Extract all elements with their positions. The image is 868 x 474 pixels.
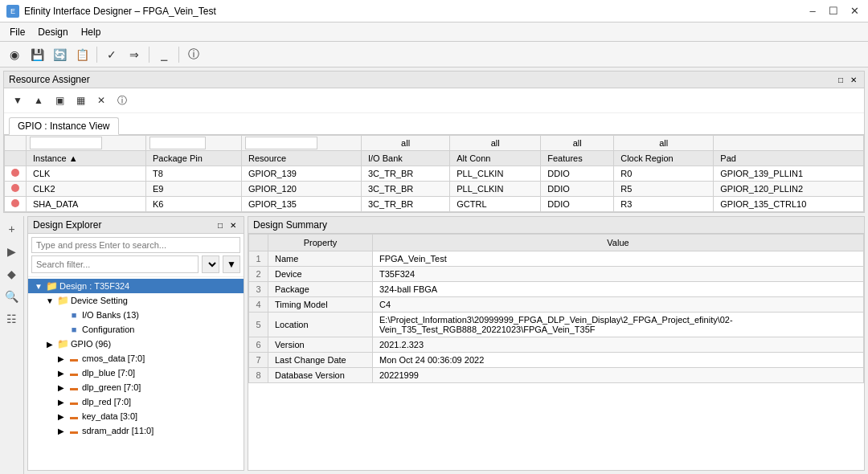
maximize-button[interactable]: ☐ <box>826 4 841 18</box>
tree-item[interactable]: ▶ ▬ sdram_addr [11:0] <box>28 423 244 438</box>
tree-arrow-icon[interactable]: ▶ <box>56 354 66 363</box>
col-packagepin[interactable]: Package Pin <box>146 151 242 166</box>
ds-row-property: Name <box>268 251 373 267</box>
col-clockregion[interactable]: Clock Region <box>614 151 714 166</box>
ra-panel-restore[interactable]: □ <box>835 74 846 85</box>
ra-table-icon[interactable]: ▣ <box>51 92 68 109</box>
tree-item[interactable]: ▼ 📁 Design : T35F324 <box>28 279 244 293</box>
tree-arrow-icon[interactable]: ▶ <box>56 383 66 392</box>
ra-panel-close[interactable]: ✕ <box>848 74 859 85</box>
ds-col-property: Property <box>268 235 373 251</box>
table-row[interactable]: CLK2 E9 GPIOR_120 3C_TR_BR PLL_CLKIN DDI… <box>5 182 864 197</box>
tree-item[interactable]: ▶ ▬ dlp_red [7:0] <box>28 394 244 409</box>
close-button[interactable]: ✕ <box>847 4 862 18</box>
ds-col-value: Value <box>373 235 864 251</box>
sidebar-add-icon[interactable]: + <box>2 219 22 239</box>
col-pad[interactable]: Pad <box>714 151 864 166</box>
de-panel-close[interactable]: ✕ <box>227 219 239 231</box>
toolbar-check-icon[interactable]: ✓ <box>102 45 121 64</box>
ra-grid-icon[interactable]: ▦ <box>72 92 89 109</box>
tab-gpio-instance[interactable]: GPIO : Instance View <box>9 117 119 135</box>
ds-row-property: Timing Model <box>268 297 373 313</box>
sidebar-grid-icon[interactable]: ☷ <box>2 309 22 329</box>
tree-item[interactable]: ▶ 📁 GPIO (96) <box>28 337 244 351</box>
toolbar-help-icon[interactable]: ⓘ <box>184 45 203 64</box>
tree-arrow-icon[interactable]: ▶ <box>56 427 66 435</box>
tree-item[interactable]: ▶ ▬ dlp_green [7:0] <box>28 380 244 394</box>
ds-table-row: 5 Location E:\Project_Information3\20999… <box>249 313 864 337</box>
tree-node-label: Configuration <box>82 325 134 334</box>
filter-instance[interactable] <box>27 136 146 151</box>
tree-item[interactable]: ▶ ▬ cmos_data [7:0] <box>28 351 244 366</box>
tree-arrow-icon[interactable]: ▶ <box>56 369 66 378</box>
ra-delete-icon[interactable]: ✕ <box>92 92 110 109</box>
toolbar-copy-icon[interactable]: 📋 <box>72 45 92 64</box>
tree-arrow-icon[interactable]: ▼ <box>34 282 43 291</box>
ra-toolbar: ▼ ▲ ▣ ▦ ✕ ⓘ <box>4 88 864 113</box>
ra-help-icon[interactable]: ⓘ <box>113 92 131 109</box>
menu-file[interactable]: File <box>3 25 31 39</box>
tree-arrow-icon[interactable]: ▶ <box>45 340 55 349</box>
main-layout: Resource Assigner □ ✕ ▼ ▲ ▣ ▦ ✕ ⓘ GPIO :… <box>0 67 868 474</box>
table-row[interactable]: CLK T8 GPIOR_139 3C_TR_BR PLL_CLKIN DDIO… <box>5 166 864 182</box>
tree-node-icon: 📁 <box>46 280 57 292</box>
de-filter-funnel-icon[interactable]: ▼ <box>223 255 240 273</box>
ds-col-num <box>249 235 268 251</box>
ds-row-value: 2021.2.323 <box>373 337 864 353</box>
ds-table-row: 4 Timing Model C4 <box>249 297 864 313</box>
tree-item[interactable]: ■ Configuration <box>28 322 244 337</box>
sidebar-cursor-icon[interactable]: ▶ <box>2 242 22 261</box>
toolbar-separator <box>96 47 97 63</box>
design-summary-panel: Design Summary Property Value 1 Name FPG… <box>248 216 865 471</box>
ra-filter-up-icon[interactable]: ▲ <box>30 92 47 109</box>
bottom-section: + ▶ ◆ 🔍 ☷ Design Explorer □ ✕ ▼ <box>0 216 868 474</box>
toolbar-arrow-icon[interactable]: ⇒ <box>125 45 144 64</box>
sidebar-diamond-icon[interactable]: ◆ <box>2 264 22 284</box>
de-panel-restore[interactable]: □ <box>215 219 226 231</box>
col-resource[interactable]: Resource <box>241 151 361 166</box>
tree-arrow-icon[interactable]: ▶ <box>56 398 66 407</box>
menu-help[interactable]: Help <box>75 25 108 39</box>
row-clockregion: R0 <box>614 166 714 182</box>
table-row[interactable]: SHA_DATA K6 GPIOR_135 3C_TR_BR GCTRL DDI… <box>5 197 864 212</box>
ds-row-value: C4 <box>373 297 864 313</box>
sidebar-search-icon[interactable]: 🔍 <box>2 287 22 306</box>
resource-table: all all all all Instance ▲ Package Pin R… <box>4 135 864 212</box>
resource-table-body: CLK T8 GPIOR_139 3C_TR_BR PLL_CLKIN DDIO… <box>5 166 864 212</box>
minimize-button[interactable]: – <box>805 4 820 18</box>
ds-row-num: 1 <box>249 251 268 267</box>
tree-arrow-icon[interactable]: ▼ <box>45 296 55 305</box>
toolbar-refresh-icon[interactable]: 🔄 <box>50 45 69 64</box>
tree-item[interactable]: ▼ 📁 Device Setting <box>28 293 244 308</box>
row-indicator <box>5 166 27 182</box>
design-explorer-title: Design Explorer <box>33 219 101 231</box>
ds-row-value: T35F324 <box>373 267 864 282</box>
row-packagepin: K6 <box>146 197 242 212</box>
row-altconn: PLL_CLKIN <box>450 182 541 197</box>
de-filter-input[interactable] <box>31 255 199 273</box>
menu-design[interactable]: Design <box>31 25 74 39</box>
tree-arrow-icon[interactable]: ▶ <box>56 412 66 421</box>
menu-bar: File Design Help <box>0 22 868 42</box>
filter-packagepin[interactable] <box>146 136 242 151</box>
tree-node-icon: 📁 <box>57 338 68 349</box>
tree-item[interactable]: ■ I/O Banks (13) <box>28 308 244 322</box>
row-packagepin: E9 <box>146 182 242 197</box>
tree-item[interactable]: ▶ ▬ dlp_blue [7:0] <box>28 366 244 380</box>
ra-filter-down-icon[interactable]: ▼ <box>9 92 27 109</box>
toolbar-link-icon[interactable]: ⎯ <box>154 45 174 64</box>
col-altconn[interactable]: Alt Conn <box>450 151 541 166</box>
ds-table-body: 1 Name FPGA_Vein_Test 2 Device T35F324 3… <box>249 251 864 383</box>
de-filter-select[interactable]: ▼ <box>202 255 219 273</box>
toolbar-close-icon[interactable]: ◉ <box>5 45 24 64</box>
toolbar-save-icon[interactable]: 💾 <box>27 45 47 64</box>
col-features[interactable]: Features <box>541 151 614 166</box>
col-iobank[interactable]: I/O Bank <box>361 151 449 166</box>
filter-resource[interactable] <box>241 136 361 151</box>
tree-node-label: Design : T35F324 <box>59 281 129 291</box>
col-instance[interactable]: Instance ▲ <box>27 151 146 166</box>
de-search-input[interactable] <box>31 237 240 253</box>
tree-node-icon: ▬ <box>68 425 80 436</box>
design-summary-header: Design Summary <box>248 217 864 234</box>
tree-item[interactable]: ▶ ▬ key_data [3:0] <box>28 409 244 423</box>
